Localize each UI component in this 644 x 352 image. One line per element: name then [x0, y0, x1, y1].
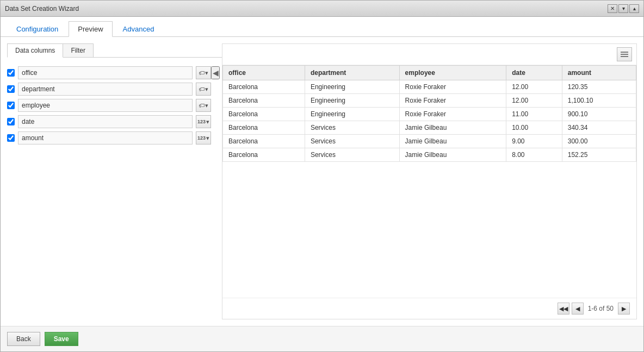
- col-header-employee: employee: [399, 66, 506, 80]
- input-amount[interactable]: [18, 131, 193, 144]
- table-row: BarcelonaEngineeringRoxie Foraker12.0012…: [223, 80, 636, 94]
- column-row-date: 123▾: [7, 115, 211, 128]
- list-view-button[interactable]: [617, 47, 632, 61]
- collapse-button[interactable]: ◀: [211, 66, 220, 79]
- tab-preview[interactable]: Preview: [69, 21, 112, 37]
- table-cell: 12.00: [506, 94, 562, 108]
- table-cell: Barcelona: [223, 94, 305, 108]
- save-button[interactable]: Save: [45, 332, 78, 346]
- table-cell: Roxie Foraker: [399, 108, 506, 121]
- table-cell: Engineering: [305, 108, 399, 121]
- table-cell: Barcelona: [223, 108, 305, 121]
- table-cell: 120.35: [562, 80, 636, 94]
- table-cell: 300.00: [562, 135, 636, 148]
- table-cell: Engineering: [305, 80, 399, 94]
- data-table: office department employee date amount B…: [222, 65, 636, 162]
- minimize-button[interactable]: ▾: [618, 4, 628, 13]
- tag-btn-date[interactable]: 123▾: [196, 115, 211, 128]
- table-row: BarcelonaEngineeringRoxie Foraker11.0090…: [223, 108, 636, 121]
- tag-btn-department[interactable]: 🏷▾: [196, 83, 211, 96]
- table-cell: 10.00: [506, 121, 562, 135]
- maximize-button[interactable]: ▴: [629, 4, 639, 13]
- columns-panel: 🏷▾ 🏷▾: [7, 64, 222, 147]
- window-controls: ✕ ▾ ▴: [608, 4, 639, 13]
- column-row-employee: 🏷▾: [7, 99, 211, 112]
- checkbox-department[interactable]: [7, 85, 15, 93]
- input-department[interactable]: [18, 83, 193, 96]
- tab-configuration[interactable]: Configuration: [7, 21, 67, 36]
- table-cell: Barcelona: [223, 80, 305, 94]
- col-header-office: office: [223, 66, 305, 80]
- table-cell: Barcelona: [223, 135, 305, 148]
- table-toolbar: [222, 44, 636, 65]
- table-cell: 340.34: [562, 121, 636, 135]
- table-cell: 8.00: [506, 148, 562, 162]
- footer-bar: Back Save: [1, 326, 643, 351]
- col-header-date: date: [506, 66, 562, 80]
- input-office[interactable]: [18, 66, 193, 79]
- column-row-amount: 123▾: [7, 131, 211, 144]
- tag-btn-amount[interactable]: 123▾: [196, 131, 211, 144]
- checkbox-employee[interactable]: [7, 102, 15, 109]
- pagination-bar: ◀◀ ◀ 1-6 of 50 ▶: [222, 298, 636, 319]
- table-cell: Services: [305, 148, 399, 162]
- table-cell: Services: [305, 135, 399, 148]
- table-cell: Barcelona: [223, 148, 305, 162]
- tab-advanced[interactable]: Advanced: [114, 21, 164, 36]
- prev-page-button[interactable]: ◀: [572, 303, 584, 315]
- checkbox-amount[interactable]: [7, 134, 15, 142]
- main-window: Data Set Creation Wizard ✕ ▾ ▴ Configura…: [0, 0, 644, 352]
- column-row-department: 🏷▾: [7, 83, 211, 96]
- table-cell: 1,100.10: [562, 94, 636, 108]
- checkbox-office[interactable]: [7, 69, 15, 77]
- content-area: Data columns Filter 🏷▾: [1, 37, 643, 326]
- table-header: office department employee date amount: [223, 66, 636, 80]
- window-title: Data Set Creation Wizard: [5, 5, 79, 12]
- table-row: BarcelonaServicesJamie Gilbeau9.00300.00: [223, 135, 636, 148]
- back-button[interactable]: Back: [7, 332, 40, 346]
- title-bar: Data Set Creation Wizard ✕ ▾ ▴: [1, 1, 643, 17]
- list-icon: [621, 51, 628, 58]
- input-date[interactable]: [18, 115, 193, 128]
- table-header-row: office department employee date amount: [223, 66, 636, 80]
- table-cell: 11.00: [506, 108, 562, 121]
- table-cell: 12.00: [506, 80, 562, 94]
- table-cell: Jamie Gilbeau: [399, 148, 506, 162]
- close-button[interactable]: ✕: [608, 4, 617, 13]
- tag-btn-employee[interactable]: 🏷▾: [196, 99, 211, 112]
- table-cell: Barcelona: [223, 121, 305, 135]
- tab-filter[interactable]: Filter: [63, 43, 94, 57]
- table-row: BarcelonaServicesJamie Gilbeau10.00340.3…: [223, 121, 636, 135]
- tag-btn-office[interactable]: 🏷▾: [196, 66, 211, 79]
- col-header-department: department: [305, 66, 399, 80]
- table-cell: 900.10: [562, 108, 636, 121]
- col-header-amount: amount: [562, 66, 636, 80]
- table-cell: Roxie Foraker: [399, 94, 506, 108]
- table-cell: Jamie Gilbeau: [399, 135, 506, 148]
- table-scroll-area[interactable]: office department employee date amount B…: [222, 65, 636, 298]
- main-tab-bar: Configuration Preview Advanced: [1, 17, 643, 37]
- table-cell: 9.00: [506, 135, 562, 148]
- table-cell: 152.25: [562, 148, 636, 162]
- page-info: 1-6 of 50: [586, 305, 616, 312]
- table-cell: Services: [305, 121, 399, 135]
- table-cell: Jamie Gilbeau: [399, 121, 506, 135]
- next-page-button[interactable]: ▶: [618, 303, 630, 315]
- left-panel: Data columns Filter 🏷▾: [7, 43, 222, 319]
- table-cell: Roxie Foraker: [399, 80, 506, 94]
- column-row-office: 🏷▾: [7, 66, 211, 79]
- table-body: BarcelonaEngineeringRoxie Foraker12.0012…: [223, 80, 636, 162]
- columns-container: 🏷▾ 🏷▾: [7, 64, 211, 147]
- checkbox-date[interactable]: [7, 118, 15, 125]
- table-row: BarcelonaEngineeringRoxie Foraker12.001,…: [223, 94, 636, 108]
- collapse-panel: ◀: [211, 64, 222, 147]
- table-cell: Engineering: [305, 94, 399, 108]
- sub-tab-bar: Data columns Filter: [7, 43, 222, 58]
- data-table-panel: office department employee date amount B…: [222, 43, 637, 319]
- first-page-button[interactable]: ◀◀: [558, 303, 569, 315]
- input-employee[interactable]: [18, 99, 193, 112]
- tab-data-columns[interactable]: Data columns: [7, 43, 63, 58]
- columns-list: 🏷▾ 🏷▾: [7, 64, 211, 147]
- table-row: BarcelonaServicesJamie Gilbeau8.00152.25: [223, 148, 636, 162]
